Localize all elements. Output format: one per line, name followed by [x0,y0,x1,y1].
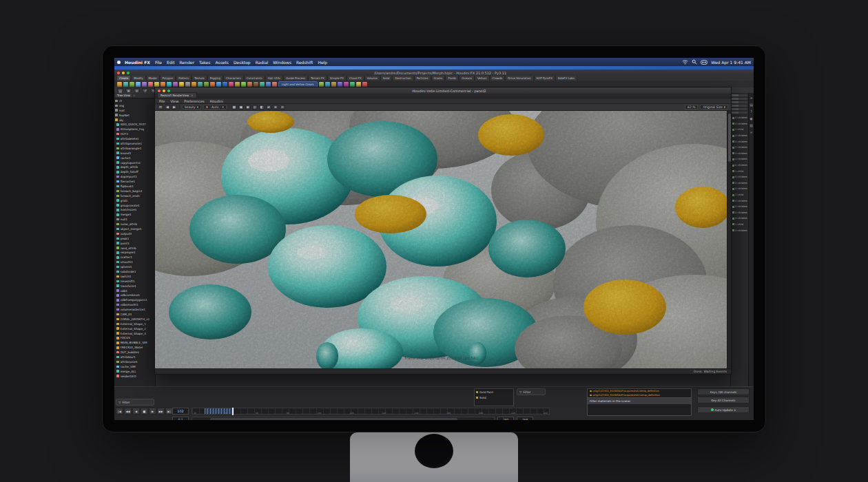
shelf-tab[interactable]: Constraints [244,76,265,81]
tree-node-item[interactable]: smooth1 [114,260,155,264]
volume-tool-icon[interactable] [350,82,355,87]
subdivide-tool-icon[interactable] [325,82,330,87]
network-node-row[interactable]: 1 child [731,168,748,174]
param-slider[interactable] [732,101,747,103]
metaball-tool-icon[interactable] [173,82,178,87]
open-icon[interactable]: ▤ [117,88,123,92]
alpha-icon[interactable]: ◎ [252,105,258,109]
close-window-button[interactable] [117,72,120,74]
bone-tool-icon[interactable] [192,82,196,87]
tree-node-item[interactable]: vdb1 [114,289,155,293]
tree-node-item[interactable]: ch [114,98,155,103]
network-node-row[interactable]: 0 children [731,174,748,180]
menubar-item[interactable]: Redshift [296,60,313,65]
shelf-tab[interactable]: Crowds [490,76,506,81]
scene-material-item[interactable]: Gold Paint [475,389,513,395]
shelf-tab[interactable]: Particles [414,76,431,81]
light-tool-icon[interactable] [179,82,184,87]
render-view-menu-item[interactable]: View [170,99,178,103]
tree-node-item[interactable]: vdbfrompolygons1 [114,297,155,302]
shelf-tab[interactable]: Characters [223,76,244,81]
crop-icon[interactable]: ▣ [238,105,244,109]
zoom-level-field[interactable]: 62 % [685,105,698,109]
tree-node-item[interactable]: OUT_bubbles [114,350,155,355]
tree-node-item[interactable]: bound1 [114,151,155,156]
shelf-tab[interactable]: Terrain FX [308,76,327,81]
rbd-tool-icon[interactable] [235,82,240,87]
shelf-tab[interactable]: Destruction [392,76,413,81]
tree-node-item[interactable]: switch1 [114,274,155,279]
tree-node-item[interactable]: attribblur1 [114,355,155,359]
material-tool-icon[interactable] [356,82,361,87]
smooth-tool-icon[interactable] [331,82,336,87]
tree-node-item[interactable]: Atmosphere_Fog [114,127,155,132]
param-slider[interactable] [732,108,747,110]
tree-node-item[interactable]: attribwrangle1 [114,146,155,151]
network-node-row[interactable]: 0 children [731,151,748,157]
rgb-icon[interactable]: ◉ [245,105,251,109]
render-tool-icon[interactable] [362,82,367,87]
cloth-tool-icon[interactable] [204,82,209,87]
current-frame-field[interactable]: 102 [172,408,189,415]
param-slider[interactable] [732,94,747,96]
tree-node-item[interactable]: mat [114,108,155,113]
render-view-tab[interactable]: Redshift RenderView × [157,92,197,98]
network-node-row[interactable]: 0 children [731,163,748,169]
tree-node-item[interactable]: groupcreate1 [114,203,155,208]
tree-node-item[interactable]: External_Shape_2 [114,326,155,331]
menubar-item[interactable]: Houdini FX [125,60,150,65]
render-view-menu-item[interactable]: Houdini [210,99,223,103]
menubar-item[interactable]: Desktop [234,60,251,65]
render-view-menu-item[interactable]: File [159,99,165,103]
tree-node-item[interactable]: RopNet [114,113,155,118]
param-slider[interactable] [732,98,747,100]
step-back-button[interactable]: ◀ [132,408,140,415]
shelf-tab[interactable]: Texture [192,76,207,81]
tree-node-item[interactable]: grid1 [114,198,155,203]
grid-icon[interactable]: ▦ [231,105,237,109]
tree-node-item[interactable]: img [114,103,155,108]
network-node-row[interactable]: 0 children [731,156,748,163]
timeline-filter-field[interactable]: ▽ Filter [116,399,154,406]
menubar-clock[interactable]: Wed Apr 1 9:41 AM [711,60,751,65]
search-icon[interactable] [692,59,697,65]
range-slider-bar[interactable] [210,418,457,420]
tree-node-item[interactable]: object_merge1 [114,227,155,231]
shelf-tab[interactable]: Solid [380,76,393,81]
menubar-item[interactable]: Radial [256,60,269,65]
param-slider[interactable] [732,112,747,114]
tree-node-item[interactable]: attribdelete1 [114,136,155,141]
stop-button[interactable]: ■ [141,408,148,415]
tree-node-item[interactable]: vdbsmooth1 [114,302,155,307]
minimize-window-button[interactable] [122,72,125,74]
help-icon[interactable]: ? [750,109,752,114]
crowd-tool-icon[interactable] [247,82,252,87]
noise-tool-icon[interactable] [338,82,342,87]
shelf-tab[interactable]: Deform [176,76,192,81]
network-node-row[interactable]: 1 child [731,222,748,228]
tree-node-item[interactable]: CORAL_GROWTH_v2 [114,317,155,322]
material-filter-field[interactable]: ▽ Filter [517,388,546,395]
tree-node-item[interactable]: merge1 [114,212,155,217]
network-node-row[interactable]: 1 child [731,127,748,133]
shelf-tab[interactable]: Fluids [445,76,459,81]
tree-node-item[interactable]: null1 [114,217,155,222]
render-view-menu-item[interactable]: Preferences [184,99,204,103]
platonic-tool-icon[interactable] [161,82,165,87]
vellum-tool-icon[interactable] [241,82,246,87]
grid-tool-icon[interactable] [142,82,147,87]
network-node-row[interactable]: 0 children [731,204,748,210]
add-icon[interactable]: + [750,96,752,100]
torus-tool-icon[interactable] [130,82,134,87]
tree-node-item[interactable]: depth_falloff [114,169,155,174]
close-tab-icon[interactable]: × [133,94,135,97]
layout-icon[interactable]: ▤ [750,103,753,107]
shelf-tab[interactable]: Modify [131,76,145,81]
tree-node-item[interactable]: ADD_QUICK_TEXT [114,122,155,127]
tree-node-item[interactable]: foreach_end1 [114,193,155,198]
network-node-row[interactable]: 1 child [731,192,748,198]
shelf-tab[interactable]: Polygon [160,76,176,81]
tree-node-item[interactable]: scatter1 [114,255,155,260]
tree-node-item[interactable]: cache1 [114,156,155,160]
split-icon[interactable]: ◧ [259,105,265,109]
